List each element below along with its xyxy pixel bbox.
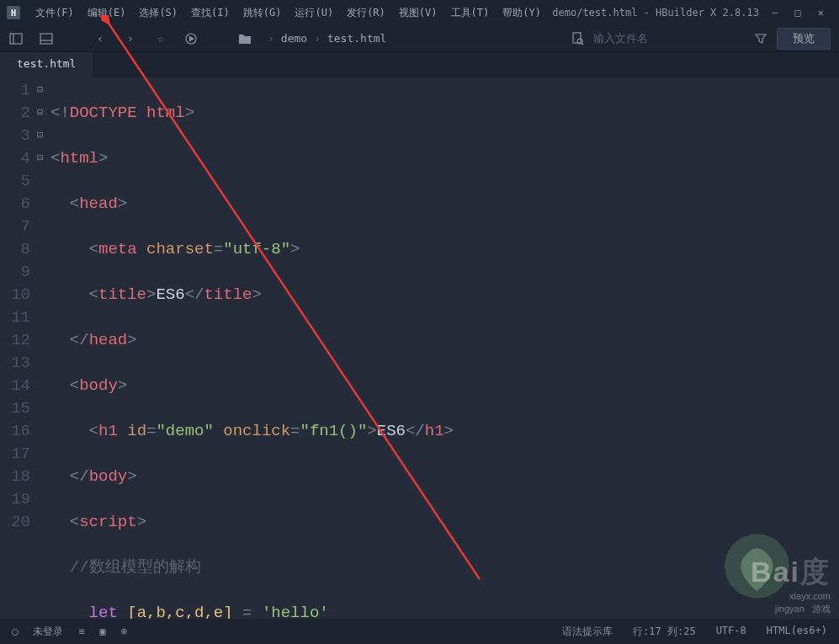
- menu-publish[interactable]: 发行(R): [340, 6, 392, 20]
- favorite-icon[interactable]: ☆: [153, 31, 168, 46]
- user-icon[interactable]: ◯: [12, 625, 18, 637]
- menu-run[interactable]: 运行(U): [288, 6, 340, 20]
- menu-edit[interactable]: 编辑(E): [81, 6, 133, 20]
- toolbar: ‹ › ☆ › demo › test.html 预览: [0, 25, 839, 52]
- status-bar: ◯ 未登录 ≡ ▣ ⊕ 语法提示库 行:17 列:25 UTF-8 HTML(e…: [0, 619, 839, 644]
- login-status[interactable]: 未登录: [33, 625, 63, 639]
- watermark: Bai度 xlayx.com jingyan 游戏: [751, 553, 831, 615]
- line-number-gutter: 1234567891011121314151617181920: [0, 77, 37, 619]
- window-title: demo/test.html - HBuilder X 2.8.13: [548, 7, 763, 19]
- breadcrumb[interactable]: › demo › test.html: [268, 32, 386, 45]
- filter-icon[interactable]: [753, 31, 768, 46]
- app-logo: H: [7, 6, 20, 19]
- title-bar: H 文件(F) 编辑(E) 选择(S) 查找(I) 跳转(G) 运行(U) 发行…: [0, 0, 839, 25]
- status-language[interactable]: HTML(es6+): [767, 625, 827, 639]
- status-encoding[interactable]: UTF-8: [716, 625, 746, 639]
- panel-bottom-icon[interactable]: [39, 31, 54, 46]
- menu-file[interactable]: 文件(F): [29, 6, 81, 20]
- close-icon[interactable]: ✕: [818, 7, 824, 19]
- menu-goto[interactable]: 跳转(G): [236, 6, 289, 20]
- fold-gutter[interactable]: ⊟⊟⊟⊟: [37, 77, 47, 619]
- folder-icon[interactable]: [237, 31, 252, 46]
- nav-back-icon[interactable]: ‹: [93, 31, 108, 46]
- menu-tools[interactable]: 工具(T): [444, 6, 496, 20]
- globe-icon[interactable]: ⊕: [121, 625, 127, 637]
- breadcrumb-file[interactable]: test.html: [327, 32, 386, 45]
- terminal-icon[interactable]: ▣: [99, 625, 105, 637]
- search-file-icon[interactable]: [570, 31, 585, 46]
- menu-find[interactable]: 查找(I): [184, 6, 236, 20]
- status-cursor-pos: 行:17 列:25: [633, 625, 696, 639]
- menu-select[interactable]: 选择(S): [132, 6, 184, 20]
- list-icon[interactable]: ≡: [78, 625, 84, 637]
- status-syntax[interactable]: 语法提示库: [562, 625, 613, 639]
- code-editor[interactable]: 1234567891011121314151617181920 ⊟⊟⊟⊟ <!D…: [0, 77, 839, 619]
- svg-rect-0: [10, 34, 22, 44]
- svg-line-7: [581, 43, 583, 45]
- nav-forward-icon[interactable]: ›: [123, 31, 138, 46]
- run-icon[interactable]: [183, 31, 199, 46]
- breadcrumb-folder[interactable]: demo: [281, 32, 307, 45]
- svg-rect-2: [40, 34, 52, 44]
- code-area[interactable]: <!DOCTYPE html> <html> <head> <meta char…: [47, 77, 839, 619]
- maximize-icon[interactable]: □: [795, 7, 801, 19]
- menu-view[interactable]: 视图(V): [392, 6, 444, 20]
- tab-bar: test.html: [0, 52, 839, 77]
- panel-left-icon[interactable]: [8, 31, 24, 46]
- menu-help[interactable]: 帮助(Y): [496, 6, 548, 20]
- search-input[interactable]: [593, 32, 745, 45]
- preview-button[interactable]: 预览: [777, 28, 831, 50]
- tab-file[interactable]: test.html: [0, 52, 93, 77]
- minimize-icon[interactable]: —: [772, 7, 778, 19]
